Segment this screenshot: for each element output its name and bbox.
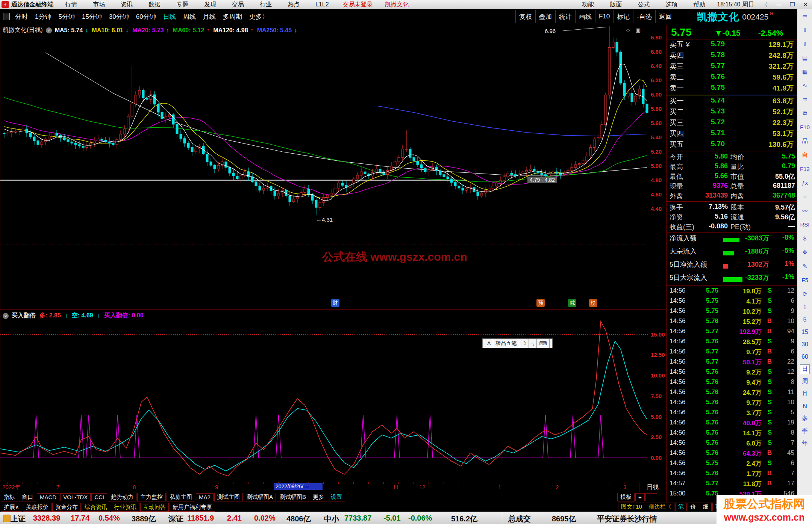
- ask-row[interactable]: 卖五 ¥5.79129.1万: [667, 40, 797, 51]
- strip-icon-▦[interactable]: ▦: [797, 65, 812, 79]
- period-月线[interactable]: 月线: [203, 13, 216, 20]
- tab-行业资讯[interactable]: 行业资讯: [111, 503, 139, 512]
- tick-trade-row[interactable]: 14:565.752.4万S6: [667, 459, 797, 470]
- tick-trade-row[interactable]: 14:565.769.7万S10: [667, 399, 797, 409]
- tab-扩展∧[interactable]: 扩展∧: [1, 503, 22, 512]
- period-60分钟[interactable]: 60分钟: [136, 13, 156, 20]
- tab-趋势动力[interactable]: 趋势动力: [108, 493, 136, 501]
- minimize-icon[interactable]: —: [772, 1, 786, 8]
- strip-icon-ƒx[interactable]: ƒx: [797, 176, 812, 190]
- button-—[interactable]: —: [645, 493, 657, 501]
- strip-period-30[interactable]: 30: [797, 338, 812, 350]
- menu-item-L1L2[interactable]: L1L2: [308, 1, 337, 8]
- menu-item-交易[interactable]: 交易: [224, 1, 252, 8]
- strip-icon-⧉[interactable]: ⧉: [797, 106, 812, 120]
- strip-icon-⇦[interactable]: ⇦: [797, 9, 812, 23]
- period-日线[interactable]: 日线: [163, 13, 176, 20]
- tick-trade-row[interactable]: 14:565.7614.1万S8: [667, 429, 797, 439]
- tick-trade-row[interactable]: 14:565.7664.3万B45: [667, 449, 797, 459]
- diamond-icon[interactable]: ◇: [626, 27, 630, 33]
- ask-row[interactable]: 卖三5.77321.2万: [667, 62, 797, 72]
- tab-主力监控[interactable]: 主力监控: [137, 493, 166, 501]
- strip-period-月[interactable]: 月: [797, 388, 812, 400]
- strip-icon-○[interactable]: ○: [797, 190, 812, 204]
- strip-icon-∿[interactable]: ∿: [797, 79, 812, 92]
- tick-trade-row[interactable]: 14:565.7510.2万S9: [667, 307, 797, 317]
- menu-item-专题[interactable]: 专题: [168, 1, 196, 8]
- strip-icon-RSI[interactable]: RSI: [797, 217, 812, 231]
- tool-统计[interactable]: 统计: [555, 10, 576, 23]
- event-badge-财[interactable]: 财: [331, 299, 339, 307]
- menu-item-行业[interactable]: 行业: [252, 1, 280, 8]
- candlestick-chart[interactable]: 6.96←4.31: [0, 25, 648, 309]
- bid-row[interactable]: 买三5.7222.3万: [667, 118, 797, 129]
- tab-窗口[interactable]: 窗口: [19, 493, 36, 501]
- tab-MACD[interactable]: MACD: [37, 493, 59, 501]
- indicator-chart[interactable]: [0, 310, 648, 482]
- tick-trade-row[interactable]: 14:565.769.2万S12: [667, 368, 797, 378]
- strip-period-多[interactable]: 多: [797, 412, 812, 425]
- strip-period-5[interactable]: 5: [797, 313, 812, 326]
- menu-item-市场[interactable]: 市场: [85, 1, 113, 8]
- button-模板[interactable]: 模板: [617, 493, 635, 501]
- period-周线[interactable]: 周线: [183, 13, 196, 20]
- market-icon[interactable]: [3, 515, 11, 522]
- button-+[interactable]: +: [635, 493, 645, 501]
- tick-trade-row[interactable]: 14:565.779.7万B6: [667, 348, 797, 358]
- tab-测试幅图B[interactable]: 测试幅图B: [277, 493, 309, 501]
- strip-icon-F10[interactable]: F10: [797, 120, 812, 134]
- strip-icon-⇧[interactable]: ⇧: [797, 23, 812, 37]
- tab-测试主图[interactable]: 测试主图: [214, 493, 243, 501]
- tab-测试幅图A[interactable]: 测试幅图A: [244, 493, 276, 501]
- strip-icon-✎[interactable]: ✎: [797, 259, 812, 273]
- tick-trade-row[interactable]: 14:565.763.7万S5: [667, 409, 797, 419]
- tool-F10[interactable]: F10: [595, 10, 614, 23]
- tick-trade-row[interactable]: 14:565.77192.9万B94: [667, 328, 797, 338]
- event-badge-减[interactable]: 减: [568, 299, 576, 307]
- tool-复权[interactable]: 复权: [515, 10, 536, 23]
- strip-icon-F5[interactable]: F5: [797, 273, 812, 287]
- menu-item-数据[interactable]: 数据: [141, 1, 168, 8]
- strip-icon-⇩[interactable]: ⇩: [797, 37, 812, 51]
- tab-笔[interactable]: 笔: [675, 503, 687, 511]
- bid-row[interactable]: 买五5.70130.6万: [667, 140, 797, 151]
- tool-标记[interactable]: 标记: [613, 10, 633, 23]
- menu-item-选项[interactable]: 选项: [657, 1, 685, 8]
- tab-图文F10[interactable]: 图文F10: [618, 503, 645, 511]
- strip-icon-⟳[interactable]: ⟳: [797, 287, 812, 301]
- ask-row[interactable]: 卖四5.78242.8万: [667, 51, 797, 62]
- strip-period-N[interactable]: N: [797, 400, 812, 412]
- ime-keyboard-icon[interactable]: ⌨: [537, 339, 549, 348]
- tab-互动问答[interactable]: 互动问答: [140, 503, 169, 512]
- timeline-selected-date[interactable]: 2022/09/26/—: [274, 483, 323, 490]
- strip-period-季[interactable]: 季: [797, 425, 812, 437]
- period-多周期[interactable]: 多周期: [223, 13, 242, 20]
- tool-叠加[interactable]: 叠加: [535, 10, 556, 23]
- strip-icon-✥[interactable]: ✥: [797, 245, 812, 259]
- tick-trade-row[interactable]: 14:575.7711.8万B17: [667, 480, 797, 490]
- menu-item-版面[interactable]: 版面: [602, 1, 630, 8]
- ime-toolbar[interactable]: A极品五笔☽·,⌨: [482, 338, 553, 348]
- tick-trade-row[interactable]: 14:565.761.7万B7: [667, 470, 797, 480]
- stock-shortcut[interactable]: 凯撒文化: [379, 1, 415, 9]
- drawn-line-label[interactable]: 4.79 - 4.82: [527, 177, 557, 183]
- tick-trade-row[interactable]: 14:565.754.1万S6: [667, 297, 797, 307]
- tick-trade-row[interactable]: 14:565.7615.2万B10: [667, 317, 797, 328]
- menu-item-帮助[interactable]: 帮助: [685, 1, 713, 8]
- indicator-panel[interactable]: ˅ 买入翻倍 多: 2.85 ↓ 空: 4.69 ↓ 买入翻倍: 0.00 15…: [0, 309, 667, 482]
- period-分时[interactable]: 分时: [15, 13, 28, 20]
- strip-icon-F12[interactable]: F12: [797, 162, 812, 176]
- strip-icon-$[interactable]: $: [797, 231, 812, 245]
- tick-trade-row[interactable]: 14:565.7640.0万S19: [667, 419, 797, 429]
- tick-trade-row[interactable]: 14:565.769.4万S8: [667, 378, 797, 388]
- tick-trade-row[interactable]: 14:565.7519.8万S12: [667, 287, 797, 297]
- main-chart-panel[interactable]: 6.96←4.31 凯撒文化(日线) ˅ MA5: 5.74↓MA10: 6.0…: [0, 25, 667, 309]
- ime-lang[interactable]: A: [485, 339, 493, 348]
- menu-item-功能[interactable]: 功能: [574, 1, 602, 8]
- strip-icon-▤[interactable]: ▤: [797, 51, 812, 65]
- close-icon[interactable]: ✕: [799, 1, 812, 8]
- tick-trade-row[interactable]: 14:565.766.0万S7: [667, 439, 797, 449]
- tab-新用户福利专享[interactable]: 新用户福利专享: [170, 503, 215, 512]
- period-15分钟[interactable]: 15分钟: [82, 13, 102, 20]
- menu-item-热点[interactable]: 热点: [280, 1, 308, 8]
